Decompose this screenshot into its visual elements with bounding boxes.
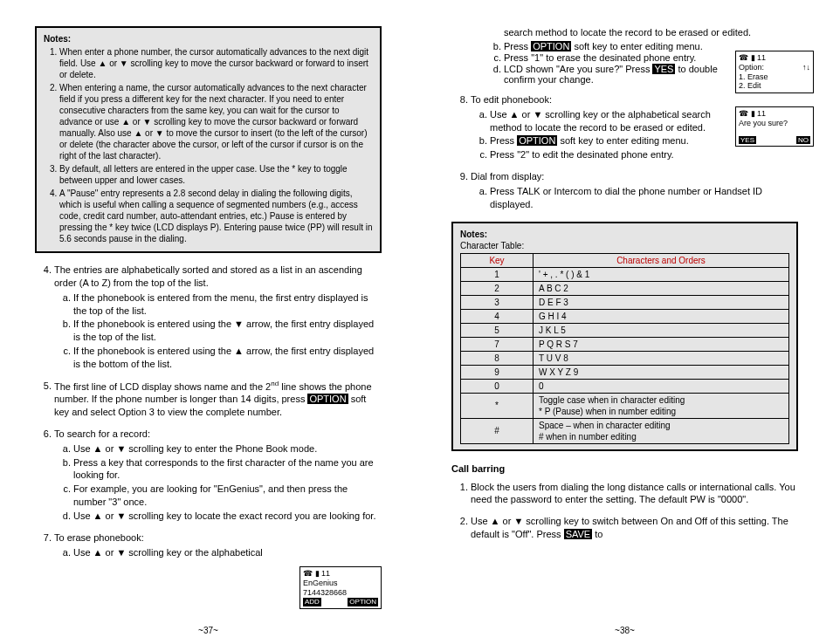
option-softkey: OPTION xyxy=(531,41,571,51)
sub-item: If the phonebook is entered using the ▼ … xyxy=(73,318,382,344)
notes-list: When enter a phone number, the cursor au… xyxy=(44,46,373,244)
arrows-icon: ↑↓ xyxy=(802,63,810,72)
sub-item: Use ▲ or ▼ scrolling key to locate the e… xyxy=(73,510,382,523)
sub-item: Press "1" to erase the desinated phone e… xyxy=(504,52,740,63)
note-item: When enter a phone number, the cursor au… xyxy=(59,46,373,80)
note-item: A "Pause" entry represents a 2.8 second … xyxy=(59,188,373,244)
table-row: 8T U V 8 xyxy=(461,351,789,365)
yes-softkey: YES xyxy=(652,64,675,74)
notes-box-left: Notes: When enter a phone number, the cu… xyxy=(35,26,382,253)
sub-item: Press OPTION soft key to enter editing m… xyxy=(490,134,724,147)
list-item: Dial from display: Press TALK or Interco… xyxy=(471,170,798,211)
notes-box-chartable: Notes: Character Table: KeyCharacters an… xyxy=(451,222,798,451)
note-item: By default, all letters are entered in t… xyxy=(59,163,373,186)
table-row: 3D E F 3 xyxy=(461,295,789,309)
list-item: Block the users from dialing the long di… xyxy=(471,481,798,507)
sub-item: LCD shown "Are you sure?" Press YES to d… xyxy=(504,64,740,85)
table-row: 9W X Y Z 9 xyxy=(461,365,789,379)
page-number: ~37~ xyxy=(0,626,416,635)
lcd-status: ☎ ▮ 11 xyxy=(739,109,810,119)
table-row: *Toggle case when in character editing *… xyxy=(461,393,789,418)
lcd-option-softkey: OPTION xyxy=(348,598,378,606)
lcd-line: Are you sure? xyxy=(739,119,810,128)
sub-item: Press OPTION soft key to enter editing m… xyxy=(504,41,740,51)
sub-item: If the phonebook is entered using the ▲ … xyxy=(73,345,382,371)
list-item: Use ▲ or ▼ scrolling key to switch betwe… xyxy=(471,515,798,541)
option-softkey: OPTION xyxy=(307,394,348,404)
lcd-line: 7144328668 xyxy=(303,588,378,598)
th-chars: Characters and Orders xyxy=(534,253,789,267)
list-item: To search for a record: Use ▲ or ▼ scrol… xyxy=(54,428,382,523)
list-item: To edit phonebook: Use ▲ or ▼ scrolling … xyxy=(471,93,724,161)
table-row: 2A B C 2 xyxy=(461,281,789,295)
table-row: 7P Q R S 7 xyxy=(461,337,789,351)
sub-item: If the phonebook is entered from the men… xyxy=(73,291,382,318)
lcd-yes-softkey: YES xyxy=(739,136,756,145)
sub-item: Press "2" to edit the desinated phone en… xyxy=(490,148,724,161)
sub-item: For example, you are looking for "EnGeni… xyxy=(73,483,382,509)
page-38: search method to locate the record to be… xyxy=(416,0,833,644)
page-number: ~38~ xyxy=(416,626,833,635)
lcd-status: ☎ ▮ 11 xyxy=(739,53,810,63)
sub-item: Use ▲ or ▼ scrolling key or the alphabet… xyxy=(490,108,724,134)
table-row: #Space – when in character editing # whe… xyxy=(461,418,789,443)
th-key: Key xyxy=(461,253,534,267)
sub-item: Use ▲ or ▼ scrolling key or the alphabet… xyxy=(73,546,382,559)
table-row: 4G H I 4 xyxy=(461,309,789,323)
lcd-confirm: ☎ ▮ 11 Are you sure? YES NO xyxy=(735,106,814,147)
page-37: Notes: When enter a phone number, the cu… xyxy=(0,0,416,644)
lcd-no-softkey: NO xyxy=(796,136,810,145)
lcd-phonebook: ☎ ▮ 11 EnGenius 7144328668 ADD OPTION xyxy=(299,566,382,609)
lcd-line: 2. Edit xyxy=(739,81,810,91)
lcd-status: ☎ ▮ 11 xyxy=(303,569,378,579)
table-row: 1' + , . * ( ) & 1 xyxy=(461,267,789,281)
list-item: The entries are alphabetically sorted an… xyxy=(54,264,382,371)
lcd-add-softkey: ADD xyxy=(303,598,321,606)
main-list-left: The entries are alphabetically sorted an… xyxy=(35,264,382,559)
char-table-caption: Character Table: xyxy=(460,241,524,250)
lcd-line: 1. Erase xyxy=(739,72,810,82)
call-barring-heading: Call barring xyxy=(451,463,798,474)
table-row: 5J K L 5 xyxy=(461,323,789,337)
list-item: The first line of LCD display shows name… xyxy=(54,380,382,419)
notes-title: Notes: xyxy=(460,230,487,239)
continuation: search method to locate the record to be… xyxy=(451,26,798,39)
notes-title: Notes: xyxy=(44,34,71,44)
sub-item: Press a key that corresponds to the firs… xyxy=(73,456,382,483)
save-softkey: SAVE xyxy=(564,529,593,539)
list-item: To erase phonebook: Use ▲ or ▼ scrolling… xyxy=(54,531,382,559)
sub-item: Press TALK or Intercom to dial the phone… xyxy=(490,185,798,211)
table-row: 00 xyxy=(461,379,789,393)
lcd-option-menu: ☎ ▮ 11 Option:↑↓ 1. Erase 2. Edit xyxy=(735,51,814,93)
note-item: When entering a name, the cursor automat… xyxy=(59,82,373,161)
character-table: KeyCharacters and Orders 1' + , . * ( ) … xyxy=(460,253,789,444)
call-barring-list: Block the users from dialing the long di… xyxy=(451,481,798,541)
option-softkey: OPTION xyxy=(517,135,557,146)
lcd-line: EnGenius xyxy=(303,579,378,588)
sub-item: Use ▲ or ▼ scrolling key to enter the Ph… xyxy=(73,442,382,456)
